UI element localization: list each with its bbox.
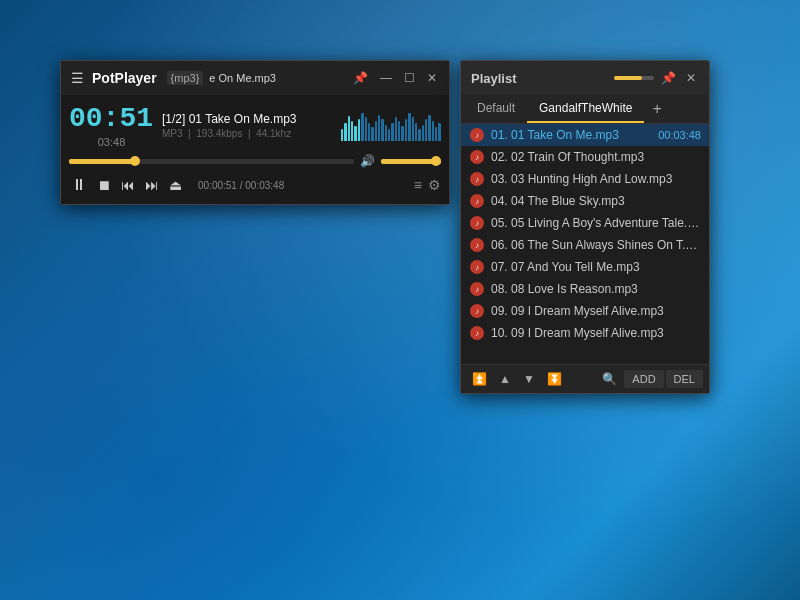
waveform-bar-19 [405, 119, 407, 141]
move-top-button[interactable]: ⏫ [467, 369, 492, 389]
playlist-item-name: 07. 07 And You Tell Me.mp3 [491, 260, 701, 274]
pin-button[interactable]: 📌 [349, 69, 372, 87]
prev-button[interactable]: ⏮ [119, 175, 137, 195]
bitrate-label: 193.4kbps [196, 128, 242, 139]
waveform-display [341, 111, 441, 141]
total-duration: 03:48 [69, 136, 154, 148]
progress-fill [69, 159, 135, 164]
track-name: [1/2] 01 Take On Me.mp3 [162, 112, 333, 126]
waveform-bar-25 [425, 119, 427, 141]
playlist-pin-button[interactable]: 📌 [658, 69, 679, 87]
waveform-bar-20 [408, 113, 410, 141]
potplayer-window: ☰ PotPlayer {mp3} e On Me.mp3 📌 — ☐ ✕ 00… [60, 60, 450, 205]
music-file-icon [469, 325, 485, 341]
search-button[interactable]: 🔍 [597, 369, 622, 389]
playlist-item-9[interactable]: 09. 09 I Dream Myself Alive.mp3 [461, 300, 709, 322]
playlist-item-name: 04. 04 The Blue Sky.mp3 [491, 194, 701, 208]
volume-thumb[interactable] [431, 156, 441, 166]
player-info-row: 00:51 03:48 [1/2] 01 Take On Me.mp3 MP3 … [69, 103, 441, 148]
playlist-button[interactable]: ≡ [414, 177, 422, 193]
playlist-footer: ⏫ ▲ ▼ ⏬ 🔍 ADD DEL [461, 364, 709, 393]
waveform-bar-8 [368, 123, 370, 141]
titlebar-controls: 📌 — ☐ ✕ [349, 69, 441, 87]
playlist-titlebar: Playlist 📌 ✕ [461, 61, 709, 95]
music-file-icon [469, 149, 485, 165]
playlist-item-7[interactable]: 07. 07 And You Tell Me.mp3 [461, 256, 709, 278]
playlist-item-8[interactable]: 08. 08 Love Is Reason.mp3 [461, 278, 709, 300]
waveform-bar-14 [388, 129, 390, 141]
settings-button[interactable]: ⚙ [428, 177, 441, 193]
next-frame-button[interactable]: ⏭ [143, 175, 161, 195]
waveform-bar-24 [422, 125, 424, 141]
add-button[interactable]: ADD [624, 370, 663, 388]
playlist-item-duration: 00:03:48 [658, 129, 701, 141]
opacity-slider[interactable] [614, 76, 654, 80]
menu-icon[interactable]: ☰ [69, 68, 86, 88]
tab-gandalfthewhite[interactable]: GandalfTheWhite [527, 95, 644, 123]
music-file-icon [469, 281, 485, 297]
maximize-button[interactable]: ☐ [400, 69, 419, 87]
waveform-bar-1 [344, 123, 346, 141]
music-file-icon [469, 237, 485, 253]
potplayer-titlebar: ☰ PotPlayer {mp3} e On Me.mp3 📌 — ☐ ✕ [61, 61, 449, 95]
playlist-item-name: 01. 01 Take On Me.mp3 [491, 128, 652, 142]
playlist-item-4[interactable]: 04. 04 The Blue Sky.mp3 [461, 190, 709, 212]
waveform-bar-22 [415, 123, 417, 141]
format-label: MP3 [162, 128, 183, 139]
volume-track[interactable] [381, 159, 441, 164]
playlist-close-button[interactable]: ✕ [683, 69, 699, 87]
time-display: 00:00:51 / 00:03:48 [198, 180, 284, 191]
waveform-bar-26 [428, 115, 430, 141]
playlist-tabs: Default GandalfTheWhite + [461, 95, 709, 124]
playlist-item-6[interactable]: 06. 06 The Sun Always Shines On T.V.... [461, 234, 709, 256]
waveform-bar-18 [401, 126, 403, 141]
move-bottom-button[interactable]: ⏬ [542, 369, 567, 389]
playlist-item-5[interactable]: 05. 05 Living A Boy's Adventure Tale.m..… [461, 212, 709, 234]
music-file-icon [469, 127, 485, 143]
playlist-item-name: 06. 06 The Sun Always Shines On T.V.... [491, 238, 701, 252]
waveform-bar-9 [371, 127, 373, 141]
playlist-item-name: 08. 08 Love Is Reason.mp3 [491, 282, 701, 296]
tab-add-button[interactable]: + [644, 96, 669, 122]
progress-thumb[interactable] [130, 156, 140, 166]
music-file-icon [469, 215, 485, 231]
playlist-item-2[interactable]: 02. 02 Train Of Thought.mp3 [461, 146, 709, 168]
music-file-icon [469, 303, 485, 319]
move-up-button[interactable]: ▲ [494, 369, 516, 389]
tab-default[interactable]: Default [465, 95, 527, 123]
time-block: 00:51 03:48 [69, 103, 154, 148]
playlist-items: 01. 01 Take On Me.mp300:03:4802. 02 Trai… [461, 124, 709, 364]
playlist-item-10[interactable]: 10. 09 I Dream Myself Alive.mp3 [461, 322, 709, 344]
music-file-icon [469, 171, 485, 187]
playlist-item-1[interactable]: 01. 01 Take On Me.mp300:03:48 [461, 124, 709, 146]
eject-button[interactable]: ⏏ [167, 175, 184, 195]
current-time: 00:51 [69, 103, 154, 134]
waveform-bar-28 [435, 127, 437, 141]
pause-button[interactable]: ⏸ [69, 174, 89, 196]
stop-button[interactable]: ⏹ [95, 175, 113, 195]
waveform-bar-11 [378, 115, 380, 141]
waveform-bar-15 [391, 123, 393, 141]
minimize-button[interactable]: — [376, 69, 396, 87]
waveform-bar-12 [381, 119, 383, 141]
volume-icon: 🔊 [360, 154, 375, 168]
track-info: [1/2] 01 Take On Me.mp3 MP3 | 193.4kbps … [162, 112, 333, 139]
playlist-item-name: 05. 05 Living A Boy's Adventure Tale.m..… [491, 216, 701, 230]
controls-row: ⏸ ⏹ ⏮ ⏭ ⏏ 00:00:51 / 00:03:48 ≡ ⚙ [69, 174, 441, 196]
waveform-bar-0 [341, 129, 343, 141]
progress-track[interactable] [69, 159, 354, 164]
waveform-bar-7 [365, 117, 367, 141]
playlist-item-3[interactable]: 03. 03 Hunting High And Low.mp3 [461, 168, 709, 190]
close-button[interactable]: ✕ [423, 69, 441, 87]
waveform-bar-29 [438, 123, 440, 141]
music-file-icon [469, 259, 485, 275]
del-button[interactable]: DEL [666, 370, 703, 388]
player-body: 00:51 03:48 [1/2] 01 Take On Me.mp3 MP3 … [61, 95, 449, 204]
move-down-button[interactable]: ▼ [518, 369, 540, 389]
playback-controls: ⏸ ⏹ ⏮ ⏭ ⏏ 00:00:51 / 00:03:48 [69, 174, 284, 196]
waveform-bar-10 [375, 121, 377, 141]
extra-controls: ≡ ⚙ [414, 177, 441, 193]
waveform-bar-3 [351, 121, 353, 141]
playlist-titlebar-controls: 📌 ✕ [614, 69, 699, 87]
playlist-item-name: 10. 09 I Dream Myself Alive.mp3 [491, 326, 701, 340]
